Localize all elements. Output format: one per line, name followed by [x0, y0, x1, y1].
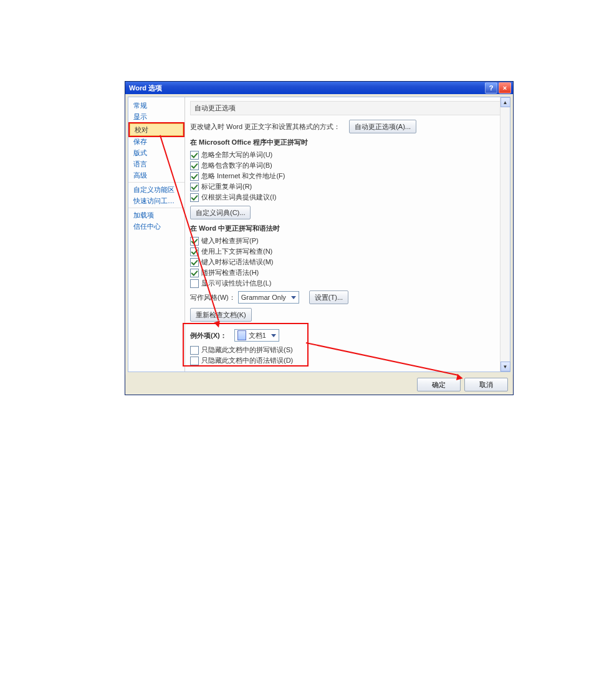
sidebar-item-language[interactable]: 语言: [128, 158, 184, 170]
sidebar-item-save[interactable]: 保存: [128, 136, 184, 147]
scrollbar[interactable]: ▲ ▼: [500, 97, 510, 372]
chevron-down-icon: [291, 296, 296, 299]
autocorrect-desc: 更改键入时 Word 更正文字和设置其格式的方式：: [190, 122, 340, 132]
sidebar-item-advanced[interactable]: 高级: [128, 170, 184, 183]
dialog-footer: 确定 取消: [125, 375, 513, 395]
chk-mark-repeat[interactable]: [190, 183, 199, 191]
exceptions-doc-value: 文档1: [249, 331, 266, 340]
lbl-hide-grammar-errors: 只隐藏此文档中的语法错误(D): [201, 356, 293, 365]
lbl-hide-spell-errors: 只隐藏此文档中的拼写错误(S): [201, 345, 293, 355]
sidebar-item-customize-ribbon[interactable]: 自定义功能区: [128, 184, 184, 195]
exceptions-doc-select[interactable]: 文档1: [234, 329, 279, 342]
ok-button[interactable]: 确定: [417, 378, 461, 391]
sidebar-item-quicktoolbar[interactable]: 快速访问工具栏: [128, 195, 184, 208]
sidebar-item-addins[interactable]: 加载项: [128, 209, 184, 221]
lbl-grammar-type: 键入时标记语法错误(M): [201, 257, 274, 267]
writing-style-select[interactable]: Grammar Only: [238, 291, 299, 304]
chk-grammar-with-spell[interactable]: [190, 269, 199, 277]
lbl-grammar-with-spell: 随拼写检查语法(H): [201, 268, 259, 277]
chevron-down-icon: [271, 334, 276, 337]
document-icon: [237, 330, 246, 340]
sidebar-item-layout[interactable]: 版式: [128, 147, 184, 158]
lbl-ignore-uppercase: 忽略全部大写的单词(U): [201, 150, 272, 160]
sidebar-item-display[interactable]: 显示: [128, 111, 184, 122]
lbl-readability: 显示可读性统计信息(L): [201, 279, 271, 288]
sidebar-item-trust[interactable]: 信任中心: [128, 221, 184, 232]
chk-ignore-uppercase[interactable]: [190, 151, 199, 160]
chk-ignore-numbers[interactable]: [190, 161, 199, 170]
cancel-button[interactable]: 取消: [464, 378, 508, 391]
autocorrect-header: 自动更正选项: [190, 101, 505, 115]
custom-dict-button[interactable]: 自定义词典(C)...: [190, 206, 251, 219]
chk-readability[interactable]: [190, 279, 199, 288]
sidebar-item-general[interactable]: 常规: [128, 100, 184, 111]
office-spell-title: 在 Microsoft Office 程序中更正拼写时: [190, 134, 505, 150]
options-panel: ▲ ▼ 自动更正选项 更改键入时 Word 更正文字和设置其格式的方式： 自动更…: [185, 97, 510, 372]
sidebar: 常规 显示 校对 保存 版式 语言 高级 自定义功能区 快速访问工具栏 加载项 …: [128, 97, 185, 372]
help-button[interactable]: ?: [485, 82, 497, 93]
chk-ignore-internet[interactable]: [190, 172, 199, 181]
chk-spellcheck-type[interactable]: [190, 237, 199, 246]
close-button[interactable]: ×: [499, 82, 511, 93]
scroll-up-button[interactable]: ▲: [500, 97, 510, 107]
lbl-spellcheck-type: 键入时检查拼写(P): [201, 236, 259, 246]
chk-grammar-type[interactable]: [190, 258, 199, 267]
word-options-dialog: Word 选项 ? × 常规 显示 校对 保存 版式 语言 高级 自定义功能区 …: [125, 81, 514, 395]
word-spell-title: 在 Word 中更正拼写和语法时: [190, 220, 505, 236]
lbl-ignore-numbers: 忽略包含数字的单词(B): [201, 161, 272, 170]
lbl-context-spell: 使用上下文拼写检查(N): [201, 247, 272, 256]
chk-main-dict-only[interactable]: [190, 193, 199, 202]
titlebar[interactable]: Word 选项 ? ×: [125, 82, 513, 94]
chk-context-spell[interactable]: [190, 247, 199, 256]
scroll-down-button[interactable]: ▼: [500, 362, 510, 372]
sidebar-item-proofing[interactable]: 校对: [130, 123, 183, 136]
grammar-settings-button[interactable]: 设置(T)...: [309, 290, 348, 304]
writing-style-label: 写作风格(W)：: [190, 293, 236, 302]
autocorrect-options-button[interactable]: 自动更正选项(A)...: [349, 120, 416, 133]
dialog-title: Word 选项: [129, 84, 484, 93]
lbl-ignore-internet: 忽略 Internet 和文件地址(F): [201, 171, 285, 181]
lbl-mark-repeat: 标记重复单词(R): [201, 182, 252, 191]
recheck-document-button[interactable]: 重新检查文档(K): [190, 308, 252, 322]
chk-hide-spell-errors[interactable]: [190, 346, 199, 355]
chk-hide-grammar-errors[interactable]: [190, 357, 199, 365]
exceptions-label: 例外项(X)：: [190, 332, 227, 339]
writing-style-value: Grammar Only: [241, 294, 286, 301]
lbl-main-dict-only: 仅根据主词典提供建议(I): [201, 193, 276, 202]
